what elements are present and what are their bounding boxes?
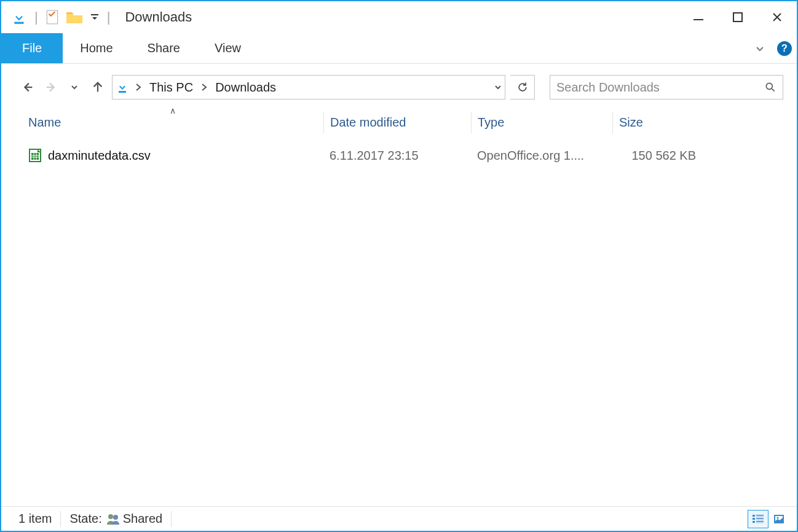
- tab-home[interactable]: Home: [63, 33, 130, 63]
- window-title: Downloads: [125, 9, 192, 25]
- column-name[interactable]: Name ∧: [22, 112, 323, 133]
- svg-rect-27: [756, 522, 764, 523]
- sort-indicator-icon: ∧: [170, 106, 176, 115]
- downloads-folder-icon: [11, 9, 27, 25]
- svg-rect-3: [693, 19, 703, 20]
- column-date-modified[interactable]: Date modified: [323, 112, 471, 133]
- help-icon: ?: [777, 41, 792, 56]
- search-icon[interactable]: [764, 81, 776, 93]
- window-controls: [679, 3, 797, 31]
- svg-point-30: [777, 517, 779, 518]
- file-date: 6.11.2017 23:15: [323, 149, 471, 163]
- address-bar[interactable]: This PC Downloads: [112, 75, 505, 100]
- shared-icon: [106, 512, 120, 526]
- column-size[interactable]: Size: [612, 112, 711, 133]
- svg-line-10: [772, 89, 775, 92]
- separator: [60, 511, 61, 527]
- item-count: 1 item: [18, 512, 52, 526]
- column-type[interactable]: Type: [471, 112, 612, 133]
- file-size: 150 562 KB: [612, 149, 711, 163]
- file-type: OpenOffice.org 1....: [471, 149, 612, 163]
- svg-point-9: [766, 83, 772, 89]
- separator: |: [34, 9, 38, 25]
- status-bar: 1 item State: Shared: [1, 506, 797, 531]
- breadcrumb-this-pc[interactable]: This PC: [147, 80, 196, 95]
- file-row[interactable]: daxminutedata.csv 6.11.2017 23:15 OpenOf…: [22, 144, 797, 166]
- back-button[interactable]: [18, 78, 37, 96]
- help-button[interactable]: ?: [772, 33, 797, 63]
- breadcrumb-downloads[interactable]: Downloads: [213, 80, 279, 95]
- address-history-dropdown[interactable]: [494, 83, 502, 92]
- maximize-button[interactable]: [718, 3, 757, 31]
- column-headers: Name ∧ Date modified Type Size: [1, 106, 797, 139]
- svg-rect-24: [756, 519, 764, 520]
- search-input[interactable]: [556, 80, 764, 95]
- qat-dropdown-icon[interactable]: [90, 12, 100, 22]
- properties-icon[interactable]: [45, 9, 59, 25]
- downloads-location-icon: [115, 80, 130, 95]
- svg-rect-19: [753, 515, 755, 517]
- file-list: daxminutedata.csv 6.11.2017 23:15 OpenOf…: [1, 139, 797, 506]
- chevron-right-icon[interactable]: [135, 82, 142, 92]
- details-view-button[interactable]: [748, 510, 768, 528]
- svg-rect-1: [47, 10, 57, 24]
- separator: [171, 511, 172, 527]
- up-button[interactable]: [89, 78, 107, 96]
- state-label: State:: [69, 512, 101, 526]
- column-name-label: Name: [28, 115, 61, 129]
- svg-rect-25: [753, 521, 755, 523]
- file-name: daxminutedata.csv: [48, 149, 151, 163]
- chevron-right-icon[interactable]: [200, 82, 208, 92]
- search-box[interactable]: [550, 75, 783, 100]
- folder-icon: [65, 9, 84, 25]
- svg-rect-23: [756, 518, 764, 519]
- svg-rect-26: [756, 521, 764, 522]
- svg-rect-2: [91, 14, 98, 15]
- separator: |: [107, 9, 111, 25]
- svg-rect-12: [31, 153, 39, 160]
- explorer-window: | | Downloads File: [0, 0, 798, 532]
- ribbon-collapse-icon[interactable]: [748, 33, 772, 63]
- title-bar: | | Downloads: [1, 1, 797, 33]
- spreadsheet-file-icon: [28, 148, 42, 163]
- large-icons-view-button[interactable]: [768, 510, 789, 528]
- refresh-button[interactable]: [510, 75, 535, 100]
- tab-share[interactable]: Share: [130, 33, 197, 63]
- tab-file[interactable]: File: [1, 33, 63, 63]
- state-value: Shared: [123, 512, 163, 526]
- recent-locations-dropdown[interactable]: [65, 78, 84, 96]
- svg-point-17: [108, 514, 113, 519]
- svg-rect-22: [753, 518, 755, 520]
- svg-rect-4: [733, 13, 742, 22]
- minimize-button[interactable]: [679, 3, 718, 31]
- tab-view[interactable]: View: [197, 33, 258, 63]
- quick-access-toolbar: | |: [11, 9, 114, 25]
- svg-rect-0: [14, 22, 23, 24]
- ribbon-tabs: File Home Share View ?: [1, 33, 797, 64]
- svg-rect-8: [119, 91, 126, 93]
- forward-button[interactable]: [42, 78, 60, 96]
- svg-point-18: [113, 515, 118, 520]
- close-button[interactable]: [757, 3, 797, 31]
- svg-rect-21: [756, 516, 764, 517]
- navigation-bar: This PC Downloads: [1, 64, 797, 106]
- view-mode-buttons: [748, 510, 789, 528]
- svg-rect-20: [756, 515, 764, 516]
